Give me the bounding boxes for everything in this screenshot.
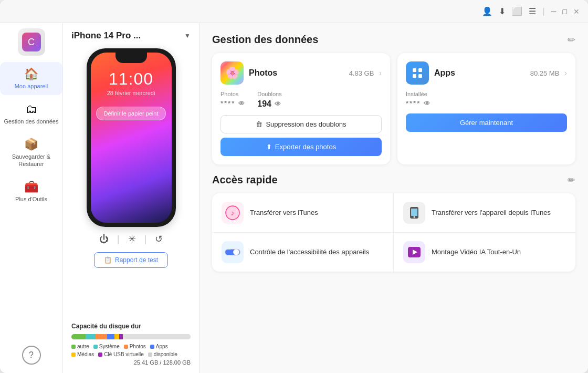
stat-photos: Photos **** 👁 — [220, 91, 245, 109]
installee-eye-icon[interactable]: 👁 — [424, 100, 430, 107]
sidebar-item-label: Plus d'Outils — [15, 196, 47, 203]
minimize-button[interactable]: ─ — [551, 7, 556, 16]
legend-systeme: Système — [93, 344, 120, 349]
legend-systeme-label: Système — [99, 344, 120, 349]
apps-card: Apps 80.25 MB › Installée **** 👁 — [397, 53, 575, 164]
svg-point-9 — [414, 216, 415, 218]
phone-date: 28 février mercredi — [107, 90, 155, 96]
photos-chevron-icon[interactable]: › — [379, 69, 382, 77]
itunes-icon: ♪ — [222, 202, 244, 224]
legend-medias: Médias — [71, 351, 94, 357]
download-icon[interactable]: ⬇ — [499, 6, 506, 16]
quick-item-itunes[interactable]: ♪ Transférer vers iTunes — [212, 193, 394, 233]
legend-photos-label: Photos — [130, 344, 146, 349]
disk-segment-available — [123, 334, 191, 339]
quick-item-video-montage[interactable]: Montage Vidéo IA Tout-en-Un — [394, 233, 575, 272]
disk-segment-apps — [107, 334, 114, 339]
phone-mockup: 11:00 28 février mercredi Définir le pap… — [87, 48, 176, 227]
apps-chevron-icon[interactable]: › — [564, 69, 567, 77]
home-icon: 🏠 — [24, 67, 38, 81]
sidebar-item-gestion-donnees[interactable]: 🗂 Gestion des données — [0, 97, 62, 130]
svg-point-13 — [233, 249, 239, 255]
exporter-label: Exporter des photos — [275, 143, 336, 151]
apps-card-title: Apps — [434, 68, 525, 78]
legend-apps: Apps — [150, 344, 168, 349]
brightness-icon[interactable]: ✳ — [128, 233, 136, 245]
gerer-label: Gérer maintenant — [460, 119, 513, 127]
quick-access-section: Accès rapide ✏ ♪ Transférer vers iTunes — [212, 174, 575, 272]
photos-card-stats: Photos **** 👁 Doublons 194 👁 — [220, 91, 382, 109]
test-report-label: Rapport de test — [115, 256, 158, 264]
photos-dots: **** — [220, 99, 235, 107]
phone-notch — [116, 53, 147, 63]
user-icon[interactable]: 👤 — [482, 6, 492, 16]
edit-icon[interactable]: ✏ — [568, 34, 575, 46]
photos-card-size: 4.83 GB — [349, 69, 374, 77]
svg-rect-1 — [418, 68, 422, 72]
phone-screen: 11:00 28 février mercredi Définir le pap… — [91, 53, 172, 223]
disk-title: Capacité du disque dur — [71, 323, 191, 330]
quick-item-accessibility[interactable]: Contrôle de l'accessibilité des appareil… — [212, 233, 394, 272]
sidebar-item-mon-appareil[interactable]: 🏠 Mon appareil — [0, 62, 62, 95]
gerer-maintenant-button[interactable]: Gérer maintenant — [406, 113, 567, 132]
suppression-doublons-button[interactable]: 🗑 Suppression des doublons — [220, 115, 382, 133]
refresh-icon[interactable]: ↺ — [155, 233, 163, 245]
svg-rect-3 — [418, 74, 422, 78]
eye-icon[interactable]: 👁 — [238, 100, 245, 107]
video-montage-icon — [403, 241, 425, 263]
legend-apps-label: Apps — [156, 344, 168, 349]
doublons-count: 194 — [257, 99, 271, 109]
app-window: 👤 ⬇ ⬜ ☰ | ─ □ ✕ C 🏠 Mon appareil 🗂 Gesti… — [0, 0, 588, 373]
sidebar-item-label: Mon appareil — [15, 83, 48, 90]
menu-icon[interactable]: ☰ — [529, 6, 536, 16]
export-icon: ⬆ — [266, 143, 272, 151]
video-montage-label: Montage Vidéo IA Tout-en-Un — [432, 248, 521, 257]
disk-segment-photos — [95, 334, 107, 339]
close-button[interactable]: ✕ — [573, 7, 580, 16]
test-report-button[interactable]: 📋 Rapport de test — [94, 252, 168, 268]
legend-usb-label: Clé USB virtuelle — [104, 351, 144, 357]
disk-segment-systeme — [86, 334, 95, 339]
chevron-down-icon: ▼ — [184, 32, 191, 39]
legend-disponible-label: disponible — [154, 351, 177, 357]
disk-segment-medias — [114, 334, 119, 339]
gestion-section-header: Gestion des données ✏ — [212, 34, 575, 46]
legend-autre-label: autre — [77, 344, 89, 349]
title-bar: 👤 ⬇ ⬜ ☰ | ─ □ ✕ — [0, 0, 588, 23]
share-icon[interactable]: ⬜ — [512, 6, 522, 16]
doublons-eye-icon[interactable]: 👁 — [275, 100, 281, 108]
sidebar-item-sauvegarder[interactable]: 📦 Sauvegarder & Restaurer — [0, 132, 62, 172]
stat-photos-value: **** 👁 — [220, 99, 245, 107]
sidebar-item-plus-outils[interactable]: 🧰 Plus d'Outils — [0, 175, 62, 208]
sidebar-item-label: Sauvegarder & Restaurer — [3, 153, 59, 167]
stat-installee: Installée **** 👁 — [406, 91, 430, 107]
apps-card-size: 80.25 MB — [530, 69, 560, 77]
maximize-button[interactable]: □ — [563, 7, 567, 16]
power-icon[interactable]: ⏻ — [99, 234, 109, 245]
stat-doublons-label: Doublons — [257, 91, 281, 97]
quick-edit-icon[interactable]: ✏ — [568, 174, 575, 186]
divider: | — [542, 7, 544, 16]
photos-card-header: 🌸 Photos 4.83 GB › — [220, 61, 382, 85]
disk-total-size: 25.41 GB / 128.00 GB — [71, 359, 191, 366]
photos-icon: 🌸 — [220, 61, 244, 85]
wallpaper-button[interactable]: Définir le papier peint — [96, 107, 166, 120]
help-button[interactable]: ? — [22, 346, 41, 365]
exporter-photos-button[interactable]: ⬆ Exporter des photos — [220, 138, 382, 156]
photos-card-actions: 🗑 Suppression des doublons ⬆ Exporter de… — [220, 115, 382, 156]
legend-autre: autre — [71, 344, 89, 349]
phone-controls: ⏻ | ✳ | ↺ — [99, 233, 163, 245]
quick-item-device-transfer[interactable]: Transférer vers l'appareil depuis iTunes — [394, 193, 575, 233]
photos-card-title: Photos — [249, 68, 344, 78]
photos-card: 🌸 Photos 4.83 GB › Photos **** 👁 — [212, 53, 390, 164]
trash-icon: 🗑 — [256, 120, 262, 128]
folder-icon: 🗂 — [26, 102, 37, 116]
disk-segment-usb — [119, 334, 123, 339]
legend-disponible: disponible — [148, 351, 177, 357]
stat-doublons: Doublons 194 👁 — [257, 91, 281, 109]
gestion-title: Gestion des données — [212, 34, 318, 46]
main-content: C 🏠 Mon appareil 🗂 Gestion des données 📦… — [0, 23, 588, 373]
device-selector[interactable]: iPhone 14 Pro ... ▼ — [71, 30, 191, 41]
disk-legend: autre Système Photos Apps Médias Clé USB… — [71, 344, 191, 357]
app-logo: C — [18, 28, 45, 56]
